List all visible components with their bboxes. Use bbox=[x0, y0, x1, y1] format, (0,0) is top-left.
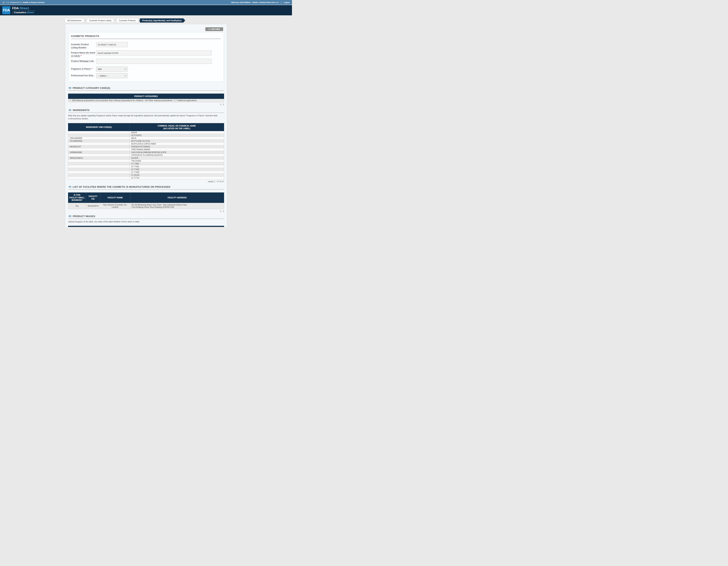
chevron-down-icon bbox=[124, 68, 126, 69]
name-cell: MICA bbox=[130, 137, 224, 140]
table-row: GLYCEROL bbox=[68, 134, 224, 137]
section-facilities: LIST OF FACILITIES WHERE THE COSMETIC IS… bbox=[68, 186, 224, 190]
brand-cosmetics-text: Cosmetics bbox=[14, 11, 26, 14]
main-content-card: << RETURN COSMETIC PRODUCTS Cosmetic Pro… bbox=[65, 24, 227, 227]
chevron-down-icon bbox=[124, 74, 126, 76]
facility-name-cell: Yiwu Simone Cosmetic Oo., Limited. bbox=[100, 203, 130, 209]
column-header-unii: INGREDIENT UNII CODE(S) bbox=[68, 123, 130, 131]
section-product-images: PRODUCT IMAGES bbox=[68, 215, 224, 219]
fda-logo: FDA bbox=[2, 6, 10, 14]
unii-cell bbox=[68, 131, 130, 134]
name-cell: CI 77492 bbox=[130, 168, 224, 171]
unii-cell bbox=[68, 148, 130, 151]
fei-cell: 3011622075 bbox=[86, 203, 100, 209]
brand-fda-text: FDA bbox=[12, 6, 19, 10]
column-header-facility-name: FACILITY NAME bbox=[100, 193, 130, 203]
breadcrumb-item-all-submissions[interactable]: All Submissions bbox=[65, 18, 84, 23]
app-brand: FDADirect, CosmeticsDirect bbox=[12, 6, 35, 14]
panel-title: COSMETIC PRODUCTS bbox=[71, 35, 221, 39]
table-row: (08) Makeup preparations (not eye)(other… bbox=[68, 99, 224, 102]
dept-name-text: Health & Human Services bbox=[23, 1, 45, 3]
facility-address-cell: No.39 Minsheng Road, Suxi Town. Yiwu Ind… bbox=[130, 203, 224, 209]
section-ingredients: INGREDIENTS bbox=[68, 109, 224, 113]
breadcrumb: All Submissions Cosmetic Product Listing… bbox=[65, 18, 227, 23]
table-row: TRIETHANOLAMINE bbox=[68, 148, 224, 151]
name-cell: CI 77891 bbox=[130, 162, 224, 165]
unii-cell bbox=[68, 177, 130, 179]
name-cell: CI 77491 bbox=[130, 165, 224, 168]
name-cell: SILVER bbox=[130, 157, 224, 160]
collapse-icon[interactable] bbox=[69, 109, 71, 111]
name-cell: AQUA bbox=[130, 131, 224, 134]
unii-cell: V8A1AW0880 bbox=[68, 137, 130, 140]
name-cell: PHENOXYETHANOL bbox=[130, 145, 224, 148]
unii-cell: 3XUS85K0RA bbox=[68, 140, 130, 143]
product-images-table: IMAGE IMAGE PREVIEW 81505-1.jpg bbox=[68, 226, 224, 227]
listing-number-label: Cosmetic Product Listing Number: bbox=[71, 42, 96, 49]
column-header-fei: FACILITY FEI bbox=[86, 193, 100, 203]
ingredients-table: INGREDIENT UNII CODE(S) COMMON, USUAL OR… bbox=[68, 123, 224, 179]
name-cell: GLYCEROL bbox=[130, 134, 224, 137]
breadcrumb-item-active[interactable]: Product(s), Ingredient(s), and Facility(… bbox=[140, 18, 185, 23]
professional-use-select[interactable]: -- Select -- bbox=[96, 73, 128, 78]
welcome-text: Welcome 15267383641 - ANGEL CONSULTING U… bbox=[231, 1, 279, 3]
table-row: 3JRB8A35M0CALCIUM ALUMINUM BOROSILICATE bbox=[68, 151, 224, 154]
breadcrumb-item-cosmetic-products[interactable]: Cosmetic Products bbox=[117, 18, 138, 23]
pagination: 1 - 1 bbox=[68, 103, 224, 106]
return-button[interactable]: << RETURN bbox=[205, 27, 223, 31]
unii-cell bbox=[68, 134, 130, 137]
table-row: AQUA bbox=[68, 131, 224, 134]
collapse-icon[interactable] bbox=[69, 186, 71, 188]
unii-cell bbox=[68, 171, 130, 174]
gov-topbar: U.S. Department of Health & Human Servic… bbox=[0, 0, 292, 5]
chevron-right-icon bbox=[84, 20, 86, 21]
unii-cell bbox=[68, 154, 130, 157]
small-business-cell: Yes bbox=[68, 203, 86, 209]
table-row: HIE492ZZ3TPHENOXYETHANOL bbox=[68, 145, 224, 148]
unii-cell: 3JRB8A35M0 bbox=[68, 151, 130, 154]
section-product-category-codes: PRODUCT CATEGORY CODE(S) bbox=[68, 87, 224, 91]
name-cell: CALCIUM ALUMINUM BOROSILICATE bbox=[130, 151, 224, 154]
unii-cell bbox=[68, 165, 130, 168]
webpage-link-label: Product Webpage Link: bbox=[71, 59, 96, 64]
name-cell: CI 19140 bbox=[130, 174, 224, 177]
name-cell: TRIETHANOLAMINE bbox=[130, 148, 224, 151]
collapse-icon[interactable] bbox=[69, 216, 71, 217]
unii-cell: 3M4G523W1G bbox=[68, 157, 130, 160]
table-row: CI 77492 bbox=[68, 168, 224, 171]
table-row: ACRYLATES COPOLYMER bbox=[68, 143, 224, 145]
listing-number-input[interactable] bbox=[96, 42, 128, 47]
fragrance-select[interactable]: N/A bbox=[96, 67, 128, 72]
unii-cell bbox=[68, 143, 130, 145]
table-row: 3XUS85K0RABUTYLENE GLYCOL bbox=[68, 140, 224, 143]
table-row: Yes 3011622075 Yiwu Simone Cosmetic Oo.,… bbox=[68, 203, 224, 209]
webpage-link-input[interactable] bbox=[96, 59, 212, 64]
table-row: CI 19140 bbox=[68, 174, 224, 177]
pagination: row(s) 1 - 17 of 17 bbox=[68, 180, 224, 183]
unii-cell bbox=[68, 168, 130, 171]
table-row: V8A1AW0880MICA bbox=[68, 137, 224, 140]
table-row: CI 77499 bbox=[68, 171, 224, 174]
unii-cell bbox=[68, 174, 130, 177]
dept-prefix-text: U.S. Department of bbox=[6, 1, 22, 3]
column-header-name: COMMON, USUAL OR CHEMICAL NAME (AS LISTE… bbox=[130, 123, 224, 131]
name-cell: BUTYLENE GLYCOL bbox=[130, 140, 224, 143]
column-header-facility-address: FACILITY ADDRESS bbox=[130, 193, 224, 203]
collapse-icon[interactable] bbox=[69, 87, 71, 89]
brand-cosmetics-direct-text: Direct bbox=[27, 11, 34, 14]
cosmetic-products-panel: COSMETIC PRODUCTS Cosmetic Product Listi… bbox=[68, 32, 224, 82]
breadcrumb-item-cosmetic-product-listing[interactable]: Cosmetic Product Listing bbox=[87, 18, 114, 23]
table-row: CI 77891 bbox=[68, 162, 224, 165]
divider bbox=[281, 1, 281, 4]
brand-direct-text: Direct, bbox=[20, 6, 30, 10]
table-row: TIN OXIDE bbox=[68, 160, 224, 162]
section-title: PRODUCT CATEGORY CODE(S) bbox=[73, 87, 110, 89]
product-categories-table: PRODUCT CATEGORIES (08) Makeup preparati… bbox=[68, 94, 224, 102]
unii-cell bbox=[68, 160, 130, 162]
logout-link[interactable]: Logout bbox=[284, 1, 290, 3]
unii-cell bbox=[68, 162, 130, 165]
column-header: PRODUCT CATEGORIES bbox=[68, 94, 224, 99]
name-cell: SYNTHETIC FLUORPHLOGOPITE bbox=[130, 154, 224, 157]
column-header-image: IMAGE bbox=[68, 226, 130, 227]
product-name-input[interactable] bbox=[96, 50, 212, 56]
